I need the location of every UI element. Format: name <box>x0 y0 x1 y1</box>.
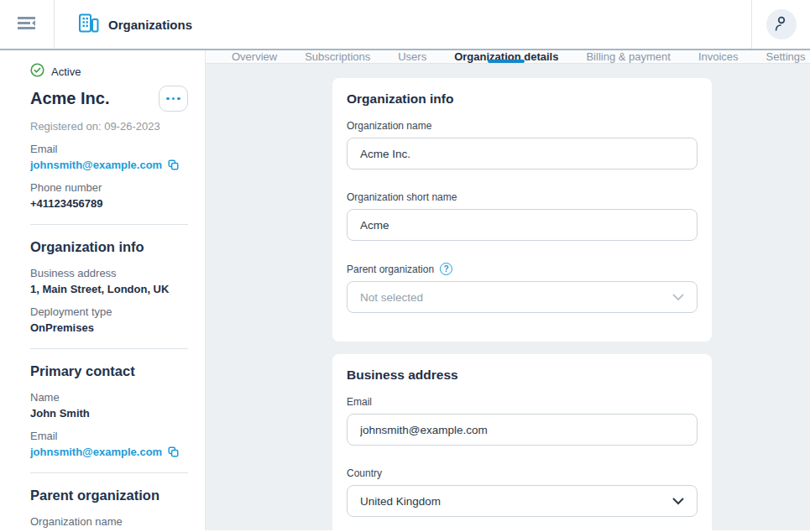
card-title: Organization info <box>347 91 698 107</box>
sidebar-phone-field: Phone number +41123456789 <box>30 181 188 210</box>
country-label: Country <box>347 467 698 479</box>
tab-organization-details[interactable]: Organization details <box>454 50 558 63</box>
organizations-icon <box>78 13 99 35</box>
phone-value: +41123456789 <box>30 197 188 210</box>
tab-subscriptions[interactable]: Subscriptions <box>305 50 370 63</box>
section-heading-primary-contact: Primary contact <box>30 363 188 379</box>
collapse-menu-icon <box>16 15 38 34</box>
copy-icon[interactable] <box>168 159 179 170</box>
org-name-label: Organization name <box>347 120 698 132</box>
org-name-title: Acme Inc. <box>30 89 109 108</box>
topbar-spacer <box>192 0 751 49</box>
avatar-area <box>751 0 810 49</box>
tab-users[interactable]: Users <box>398 50 426 63</box>
scroll-area: Organization info Organization name Orga… <box>206 64 810 530</box>
business-address-card: Business address Email Country United Ki… <box>332 354 712 530</box>
help-icon[interactable]: ? <box>440 263 452 275</box>
org-name-row: Acme Inc. <box>30 86 188 112</box>
card-title: Business address <box>347 368 698 383</box>
business-address-label: Business address <box>30 267 188 279</box>
deployment-type-label: Deployment type <box>30 305 188 318</box>
org-name-group: Organization name <box>347 120 698 170</box>
deployment-type-field: Deployment type OnPremises <box>30 305 188 334</box>
business-email-label: Email <box>347 396 698 408</box>
country-select[interactable]: United Kingdom <box>347 485 698 517</box>
business-address-field: Business address 1, Main Street, London,… <box>30 267 188 295</box>
deployment-type-value: OnPremises <box>30 321 188 334</box>
top-bar: Organizations <box>0 0 810 50</box>
contact-email-link[interactable]: johnsmith@example.com <box>30 446 162 458</box>
app-title: Organizations <box>55 0 192 49</box>
tab-invoices[interactable]: Invoices <box>698 50 739 63</box>
business-address-value: 1, Main Street, London, UK <box>30 283 188 295</box>
parent-org-name-label: Organization name <box>30 515 188 528</box>
org-short-name-label: Organization short name <box>347 191 698 203</box>
contact-name-label: Name <box>30 391 188 404</box>
email-link[interactable]: johnsmith@example.com <box>30 159 162 171</box>
main-content: Overview Subscriptions Users Organizatio… <box>206 50 810 530</box>
page-title: Organizations <box>108 18 192 32</box>
phone-label: Phone number <box>30 181 188 194</box>
registered-date: Registered on: 09-26-2023 <box>30 120 188 133</box>
parent-org-select-value: Not selected <box>360 291 423 304</box>
status-row: Active <box>30 63 188 80</box>
chevron-down-icon <box>672 291 684 304</box>
tab-billing-payment[interactable]: Billing & payment <box>586 50 670 63</box>
contact-email-label: Email <box>30 430 188 442</box>
section-heading-org-info: Organization info <box>30 239 188 255</box>
more-actions-button[interactable] <box>159 86 188 112</box>
country-select-value: United Kingdom <box>360 495 441 508</box>
parent-org-group: Parent organization ? Not selected <box>347 263 698 313</box>
collapse-menu-button[interactable] <box>0 0 55 49</box>
tab-bar: Overview Subscriptions Users Organizatio… <box>206 50 810 64</box>
organization-info-card: Organization info Organization name Orga… <box>332 78 712 342</box>
business-email-input[interactable] <box>347 414 698 446</box>
parent-org-name-field: Organization name - <box>30 515 188 530</box>
org-short-name-input[interactable] <box>347 209 698 241</box>
parent-org-select[interactable]: Not selected <box>347 281 698 313</box>
tab-settings[interactable]: Settings <box>766 50 806 63</box>
divider <box>30 472 188 473</box>
status-badge: Active <box>51 65 81 78</box>
divider <box>30 224 188 225</box>
country-group: Country United Kingdom <box>347 467 698 517</box>
sidebar: Active Acme Inc. Registered on: 09-26-20… <box>0 50 206 530</box>
sidebar-email-field: Email johnsmith@example.com <box>30 143 188 171</box>
user-avatar-button[interactable] <box>766 9 797 39</box>
tab-overview[interactable]: Overview <box>232 50 277 63</box>
contact-email-field: Email johnsmith@example.com <box>30 430 188 458</box>
contact-name-value: John Smith <box>30 407 188 420</box>
parent-org-label: Parent organization <box>347 263 434 275</box>
user-icon <box>773 15 789 34</box>
email-label: Email <box>30 143 188 155</box>
org-name-input[interactable] <box>347 138 698 170</box>
business-email-group: Email <box>347 396 698 446</box>
contact-name-field: Name John Smith <box>30 391 188 420</box>
chevron-down-icon <box>672 495 684 508</box>
section-heading-parent-org: Parent organization <box>30 488 188 503</box>
divider <box>30 348 188 349</box>
copy-icon[interactable] <box>168 446 179 457</box>
org-short-name-group: Organization short name <box>347 191 698 241</box>
page-body: Active Acme Inc. Registered on: 09-26-20… <box>0 50 810 530</box>
check-circle-icon <box>30 63 44 80</box>
